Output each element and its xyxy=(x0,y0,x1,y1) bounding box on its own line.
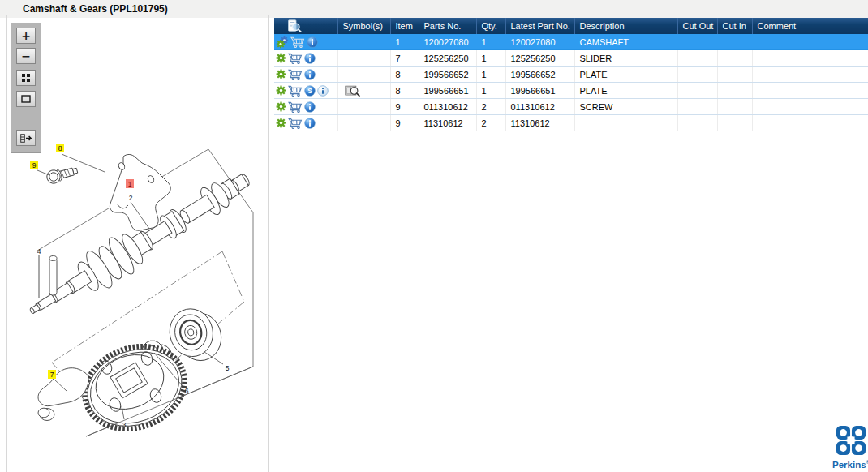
svg-text:2: 2 xyxy=(129,194,133,202)
table-row[interactable]: 9 011310612 2 011310612 SCREW xyxy=(274,99,868,115)
column-header-latest-part-no[interactable]: Latest Part No. xyxy=(505,18,574,34)
cell-comment xyxy=(752,115,868,131)
cell-latest-part-no: 011310612 xyxy=(505,99,574,115)
svg-text:1: 1 xyxy=(128,180,132,188)
cell-description: CAMSHAFT xyxy=(574,34,677,50)
column-header-comment[interactable]: Comment xyxy=(752,18,868,34)
cell-cut-out xyxy=(677,99,717,115)
cell-qty: 1 xyxy=(476,50,505,67)
callout-9[interactable]: 9 xyxy=(30,161,38,169)
cell-parts-no: 199566651 xyxy=(419,83,476,99)
cart-icon[interactable] xyxy=(289,102,301,112)
zoom-out-glyph: − xyxy=(21,50,31,62)
table-row[interactable]: 1 120027080 1 120027080 CAMSHAFT xyxy=(274,34,868,50)
cart-icon[interactable] xyxy=(289,86,301,96)
cell-symbols xyxy=(337,83,390,99)
photo-magnifier-icon[interactable] xyxy=(345,86,359,96)
cell-latest-part-no: 11310612 xyxy=(505,115,574,131)
cell-qty: 2 xyxy=(476,99,505,115)
cart-icon[interactable] xyxy=(289,118,301,128)
cell-parts-no: 120027080 xyxy=(419,34,476,50)
column-header-parts-no[interactable]: Parts No. xyxy=(419,18,476,34)
svg-text:7: 7 xyxy=(50,371,54,379)
column-header-qty[interactable]: Qty. xyxy=(476,18,505,34)
info-icon[interactable] xyxy=(307,36,318,47)
toggle-panel-icon[interactable] xyxy=(16,130,36,146)
column-header-symbols[interactable]: Symbol(s) xyxy=(337,18,390,34)
info-icon[interactable] xyxy=(305,101,316,112)
column-header-cut-in[interactable]: Cut In xyxy=(717,18,752,34)
gear-icon[interactable] xyxy=(277,118,286,128)
cell-cut-out xyxy=(677,83,717,99)
column-header-actions[interactable] xyxy=(274,18,337,34)
parts-table: Symbol(s) Item Parts No. Qty. Latest Par… xyxy=(274,18,868,131)
cell-qty: 1 xyxy=(476,67,505,83)
svg-text:6: 6 xyxy=(185,387,189,395)
key-pin-drawing xyxy=(49,256,57,296)
page-magnifier-icon xyxy=(289,20,301,32)
table-row[interactable]: 7 125256250 1 125256250 SLIDER xyxy=(274,50,868,67)
callout-4[interactable]: 4 xyxy=(37,247,41,255)
zoom-in-icon[interactable]: + xyxy=(16,28,36,44)
table-row[interactable]: S 8 199566651 1 199566651 PLATE xyxy=(274,83,868,99)
callout-7[interactable]: 7 xyxy=(48,370,56,379)
cart-icon[interactable] xyxy=(291,37,303,47)
gears-icon[interactable] xyxy=(277,36,288,47)
callout-2[interactable]: 2 xyxy=(129,194,133,202)
cell-item: 7 xyxy=(390,50,419,67)
cell-cut-out xyxy=(677,34,717,50)
cell-cut-in xyxy=(717,99,752,115)
callout-6[interactable]: 6 xyxy=(185,387,189,395)
cell-cut-in xyxy=(717,115,752,131)
svg-text:S: S xyxy=(307,87,312,95)
gear-icon[interactable] xyxy=(277,102,286,112)
perkins-logo: Perkins® xyxy=(832,424,868,470)
column-header-cut-out[interactable]: Cut Out xyxy=(677,18,717,34)
cell-item: 9 xyxy=(390,99,419,115)
panel-divider[interactable] xyxy=(268,15,269,472)
callout-8[interactable]: 8 xyxy=(56,144,64,152)
callout-1[interactable]: 1 xyxy=(126,179,134,188)
cart-icon[interactable] xyxy=(289,54,301,63)
cell-description xyxy=(574,115,677,131)
cell-cut-in xyxy=(717,50,752,67)
cell-qty: 1 xyxy=(476,83,505,99)
cell-description: PLATE xyxy=(574,67,677,83)
cell-qty: 1 xyxy=(476,34,505,50)
column-header-item[interactable]: Item xyxy=(390,18,419,34)
gear-icon[interactable] xyxy=(277,86,286,96)
gear-icon[interactable] xyxy=(277,70,286,79)
s-badge-icon[interactable]: S xyxy=(304,85,316,97)
info-icon[interactable] xyxy=(305,69,316,79)
drawing-canvas[interactable]: 8 9 1 2 4 7 3 6 5 xyxy=(7,18,268,472)
cell-comment xyxy=(752,34,868,50)
cell-description: SLIDER xyxy=(574,50,677,67)
cell-latest-part-no: 125256250 xyxy=(505,50,574,67)
gear-icon[interactable] xyxy=(277,54,286,63)
column-header-description[interactable]: Description xyxy=(574,18,677,34)
callout-5[interactable]: 5 xyxy=(226,364,230,372)
zoom-out-icon[interactable]: − xyxy=(16,48,36,64)
cell-description: SCREW xyxy=(574,99,677,115)
zoom-window-icon[interactable] xyxy=(16,91,36,107)
cell-comment xyxy=(752,50,868,67)
perkins-logo-text: Perkins® xyxy=(832,457,868,470)
cell-symbols xyxy=(337,50,390,67)
info-outline-icon[interactable] xyxy=(318,85,329,96)
cell-cut-in xyxy=(717,34,752,50)
callout-3[interactable]: 3 xyxy=(122,421,127,429)
svg-text:5: 5 xyxy=(226,364,230,372)
table-header-row: Symbol(s) Item Parts No. Qty. Latest Par… xyxy=(274,18,868,34)
cell-symbols xyxy=(337,34,390,50)
cell-cut-out xyxy=(677,115,717,131)
table-row[interactable]: 9 11310612 2 11310612 xyxy=(274,115,868,131)
drawing-toolbar: + − xyxy=(11,23,41,153)
table-row[interactable]: 8 199566652 1 199566652 PLATE xyxy=(274,67,868,83)
cell-cut-out xyxy=(677,50,717,67)
tile-view-icon[interactable] xyxy=(16,70,36,86)
cart-icon[interactable] xyxy=(289,70,301,79)
info-icon[interactable] xyxy=(305,53,316,63)
cell-qty: 2 xyxy=(476,115,505,131)
svg-text:8: 8 xyxy=(58,144,62,152)
info-icon[interactable] xyxy=(305,118,316,128)
